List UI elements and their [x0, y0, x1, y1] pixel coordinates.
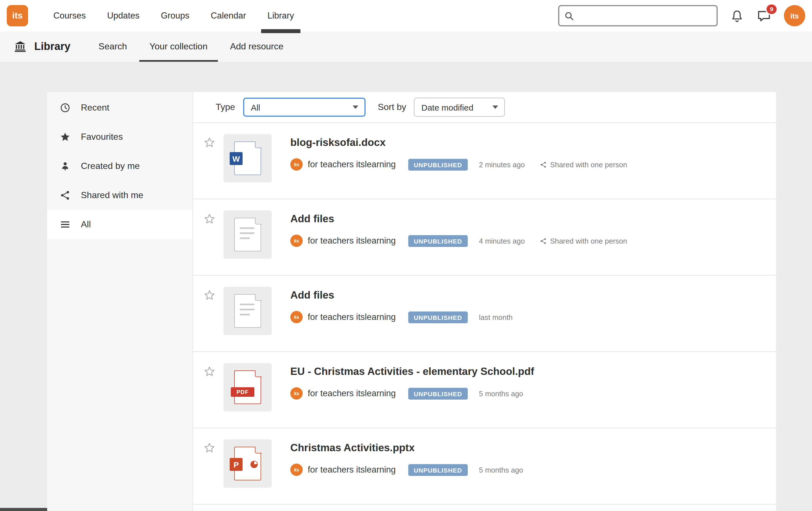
notifications-bell-icon[interactable] — [730, 9, 744, 23]
modified-time: last month — [479, 313, 513, 321]
modified-time: 5 months ago — [479, 465, 523, 474]
owner-avatar: its — [290, 387, 303, 399]
collection-panel: Recent Favourites Created by me — [47, 92, 776, 511]
favourite-star-icon[interactable] — [203, 213, 215, 227]
nav-calendar[interactable]: Calendar — [200, 0, 257, 31]
owner-name: for teachers itslearning — [308, 312, 396, 322]
type-filter-value: All — [251, 102, 260, 112]
owner-avatar: its — [290, 463, 303, 476]
collection-sidebar: Recent Favourites Created by me — [47, 92, 193, 511]
owner-name: for teachers itslearning — [308, 159, 396, 170]
resource-row: Add files its for teachers itslearning U… — [193, 276, 776, 352]
nav-updates[interactable]: Updates — [96, 0, 150, 31]
tab-your-collection[interactable]: Your collection — [138, 31, 219, 62]
modified-time: 5 months ago — [479, 389, 523, 398]
search-input[interactable] — [578, 10, 712, 21]
page-bottom-edge — [0, 508, 47, 511]
resource-row: W blog-risksofai.docx its for teachers i… — [193, 123, 776, 199]
status-badge: UNPUBLISHED — [408, 235, 468, 247]
file-thumbnail-document-icon[interactable] — [224, 210, 272, 259]
resource-title[interactable]: Add files — [290, 213, 627, 225]
favourite-star-icon[interactable] — [203, 289, 215, 303]
resource-title[interactable]: blog-risksofai.docx — [290, 137, 627, 149]
sort-by-label: Sort by — [378, 102, 406, 112]
topbar-right-controls: 9 its — [558, 5, 805, 26]
word-file-letter: W — [230, 152, 242, 165]
nav-courses[interactable]: Courses — [43, 0, 96, 31]
sort-by-dropdown[interactable]: Date modified — [414, 98, 505, 117]
file-thumbnail-pdf-icon[interactable]: PDF — [224, 363, 272, 411]
main-nav: Courses Updates Groups Calendar Library — [43, 0, 304, 31]
resource-title[interactable]: Christmas Activities.pptx — [290, 442, 538, 454]
sidebar-item-label: Favourites — [81, 132, 123, 142]
file-thumbnail-document-icon[interactable] — [224, 287, 272, 335]
sidebar-item-label: Recent — [81, 103, 109, 113]
person-icon — [60, 160, 71, 172]
owner-name: for teachers itslearning — [308, 465, 396, 475]
resource-title[interactable]: EU - Christmas Activities - elementary S… — [290, 365, 538, 378]
sort-by-value: Date modified — [422, 102, 473, 112]
sidebar-item-label: All — [81, 219, 91, 230]
shared-with-label: Shared with one person — [550, 237, 627, 245]
shared-with-label: Shared with one person — [550, 160, 627, 169]
status-badge: UNPUBLISHED — [408, 311, 468, 323]
owner-name: for teachers itslearning — [308, 236, 396, 246]
resource-list-panel: Type All Sort by Date modified — [193, 92, 776, 511]
sidebar-item-shared-with-me[interactable]: Shared with me — [47, 181, 193, 210]
user-avatar[interactable]: its — [784, 5, 805, 26]
menu-icon — [60, 219, 71, 230]
pie-chart-glyph — [251, 461, 258, 468]
file-thumbnail-powerpoint-icon[interactable]: P — [224, 440, 272, 488]
top-navigation-bar: its Courses Updates Groups Calendar Libr… — [0, 0, 812, 31]
chevron-down-icon — [352, 106, 358, 109]
owner-avatar: its — [290, 311, 303, 323]
sidebar-item-all[interactable]: All — [47, 210, 193, 239]
nav-library[interactable]: Library — [257, 0, 304, 31]
favourite-star-icon[interactable] — [203, 442, 215, 456]
nav-groups[interactable]: Groups — [150, 0, 200, 31]
powerpoint-file-letter: P — [230, 458, 242, 471]
type-filter-dropdown[interactable]: All — [243, 98, 365, 117]
status-badge: UNPUBLISHED — [408, 388, 468, 399]
shared-with: Shared with one person — [540, 160, 627, 169]
favourite-star-icon[interactable] — [203, 365, 215, 380]
resource-row: PDF EU - Christmas Activities - elementa… — [193, 352, 776, 428]
share-icon — [60, 190, 71, 201]
owner-avatar: its — [290, 158, 303, 171]
tab-search[interactable]: Search — [87, 31, 138, 62]
filter-bar: Type All Sort by Date modified — [193, 92, 776, 123]
tab-add-resource[interactable]: Add resource — [219, 31, 294, 62]
itslearning-logo[interactable]: its — [7, 5, 28, 26]
shared-with: Shared with one person — [540, 237, 627, 245]
resource-row: P Christmas Activities.pptx its for teac… — [193, 428, 776, 505]
library-tabs: Search Your collection Add resource — [87, 31, 295, 62]
messages-badge: 9 — [766, 4, 777, 14]
resource-list: W blog-risksofai.docx its for teachers i… — [193, 123, 776, 511]
sidebar-item-label: Created by me — [81, 161, 140, 171]
modified-time: 2 minutes ago — [479, 160, 525, 169]
file-thumbnail-word-icon[interactable]: W — [224, 134, 272, 182]
sidebar-item-recent[interactable]: Recent — [47, 93, 193, 122]
owner-name: for teachers itslearning — [308, 388, 396, 398]
search-box[interactable] — [558, 5, 718, 26]
resource-meta: its for teachers itslearning UNPUBLISHED… — [290, 311, 527, 323]
page: its Courses Updates Groups Calendar Libr… — [0, 0, 812, 511]
status-badge: UNPUBLISHED — [408, 158, 468, 170]
resource-meta: its for teachers itslearning UNPUBLISHED… — [290, 235, 627, 247]
type-filter-label: Type — [215, 102, 235, 112]
sidebar-item-created-by-me[interactable]: Created by me — [47, 152, 193, 181]
content-area: Recent Favourites Created by me — [0, 62, 812, 511]
status-badge: UNPUBLISHED — [408, 464, 468, 476]
resource-meta: its for teachers itslearning UNPUBLISHED… — [290, 387, 538, 399]
library-building-icon — [13, 40, 27, 53]
sidebar-item-label: Shared with me — [81, 190, 143, 200]
sidebar-item-favourites[interactable]: Favourites — [47, 122, 193, 152]
chevron-down-icon — [493, 106, 498, 109]
search-icon — [564, 10, 575, 21]
page-title: Library — [34, 40, 70, 53]
clock-icon — [60, 102, 71, 113]
modified-time: 4 minutes ago — [479, 237, 525, 245]
messages-icon[interactable]: 9 — [756, 8, 772, 23]
favourite-star-icon[interactable] — [203, 137, 215, 150]
resource-title[interactable]: Add files — [290, 289, 527, 301]
